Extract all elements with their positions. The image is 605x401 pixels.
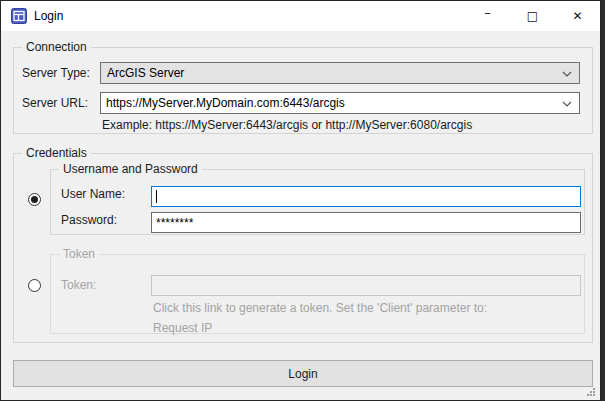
token-help-text: Click this link to generate a token. Set… xyxy=(153,301,487,315)
token-client-param-link: Request IP xyxy=(153,321,212,335)
user-name-input[interactable] xyxy=(152,187,580,206)
credentials-groupbox: Credentials Username and Password User N… xyxy=(13,153,593,343)
token-groupbox: Token Token: Click this link to generate… xyxy=(50,254,585,334)
token-legend: Token xyxy=(59,247,99,262)
chevron-down-icon xyxy=(562,71,572,77)
titlebar[interactable]: Login – □ ✕ xyxy=(1,1,600,31)
token-radio[interactable] xyxy=(28,279,41,292)
user-name-label: User Name: xyxy=(61,187,125,201)
token-field-wrapper xyxy=(151,275,581,296)
username-password-legend: Username and Password xyxy=(59,162,202,177)
password-field-wrapper xyxy=(151,212,581,233)
minimize-icon[interactable]: – xyxy=(465,1,510,30)
username-password-radio[interactable] xyxy=(28,193,41,206)
maximize-icon[interactable]: □ xyxy=(510,1,555,30)
server-url-combobox[interactable] xyxy=(100,92,580,114)
server-type-select[interactable]: ArcGIS Server xyxy=(100,62,580,84)
username-password-groupbox: Username and Password User Name: Passwor… xyxy=(50,169,585,235)
server-url-example-text: Example: https://MyServer:6443/arcgis or… xyxy=(102,118,472,132)
server-type-value: ArcGIS Server xyxy=(107,66,184,80)
server-url-input[interactable] xyxy=(101,93,559,113)
login-dialog: Login – □ ✕ Connection Server Type: ArcG… xyxy=(0,0,601,401)
token-input xyxy=(152,276,580,295)
close-icon[interactable]: ✕ xyxy=(555,1,600,30)
caption-buttons: – □ ✕ xyxy=(465,1,600,31)
text-caret xyxy=(156,190,157,203)
server-type-label: Server Type: xyxy=(22,66,90,80)
password-label: Password: xyxy=(61,213,117,227)
token-label: Token: xyxy=(61,278,96,292)
connection-legend: Connection xyxy=(22,40,91,55)
credentials-legend: Credentials xyxy=(22,146,91,161)
server-url-label: Server URL: xyxy=(22,96,88,110)
login-button[interactable]: Login xyxy=(13,360,593,387)
window-title: Login xyxy=(34,1,63,31)
user-name-field-wrapper xyxy=(151,186,581,207)
app-icon xyxy=(11,8,27,24)
password-input[interactable] xyxy=(152,213,580,232)
resize-grip-icon[interactable] xyxy=(586,387,595,396)
connection-groupbox: Connection Server Type: ArcGIS Server Se… xyxy=(13,47,593,134)
chevron-down-icon[interactable] xyxy=(562,101,572,107)
